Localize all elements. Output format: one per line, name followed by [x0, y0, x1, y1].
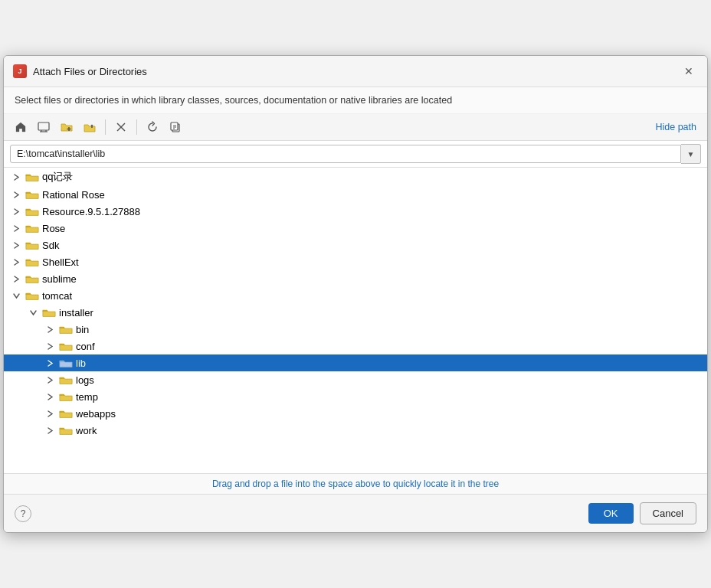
- delete-button[interactable]: [110, 117, 132, 137]
- expand-icon-qq[interactable]: [10, 171, 22, 183]
- item-label-sdk: Sdk: [42, 240, 59, 251]
- item-label-qq: qq记录: [42, 170, 73, 184]
- tree-item-rationalrose[interactable]: Rational Rose: [4, 186, 707, 203]
- separator-2: [136, 119, 137, 135]
- tree-item-rose[interactable]: Rose: [4, 220, 707, 237]
- tree-item-installer[interactable]: installer: [4, 304, 707, 321]
- item-label-tomcat: tomcat: [42, 290, 72, 302]
- hide-path-button[interactable]: Hide path: [650, 119, 701, 136]
- item-label-rose: Rose: [42, 223, 65, 234]
- path-row: ▼: [4, 141, 707, 168]
- folder-icon-sdk: [25, 240, 39, 250]
- expand-icon-rose[interactable]: [10, 222, 22, 234]
- tree-item-temp[interactable]: temp: [4, 388, 707, 405]
- expand-icon-work[interactable]: [44, 424, 56, 436]
- item-label-rationalrose: Rational Rose: [42, 189, 105, 201]
- title-bar: J Attach Files or Directories ✕: [4, 56, 707, 87]
- folder-icon-tomcat: [25, 290, 39, 301]
- expand-icon-installer[interactable]: [27, 306, 39, 318]
- expand-icon-temp[interactable]: [44, 390, 56, 403]
- desktop-button[interactable]: [33, 117, 54, 137]
- tree-item-sublime[interactable]: sublime: [4, 270, 707, 287]
- item-label-temp: temp: [76, 391, 98, 403]
- cancel-button[interactable]: Cancel: [640, 502, 696, 524]
- folder-icon-webapps: [59, 408, 73, 419]
- tree-item-lib[interactable]: lib: [4, 354, 707, 371]
- path-input[interactable]: [10, 145, 681, 163]
- toolbar: Hide path: [4, 114, 707, 141]
- expand-icon-tomcat[interactable]: [10, 289, 22, 302]
- tree-item-conf[interactable]: conf: [4, 338, 707, 354]
- folder-icon-rationalrose: [25, 189, 39, 200]
- home-button[interactable]: [10, 117, 31, 137]
- folder-icon-logs: [59, 374, 73, 385]
- ok-button[interactable]: OK: [588, 503, 634, 524]
- tree-item-qq[interactable]: qq记录: [4, 168, 707, 186]
- tree-item-bin[interactable]: bin: [4, 321, 707, 338]
- tree-item-webapps[interactable]: webapps: [4, 405, 707, 422]
- expand-icon-sdk[interactable]: [10, 239, 22, 251]
- item-label-conf: conf: [76, 341, 95, 352]
- expand-icon-bin[interactable]: [44, 323, 56, 335]
- copy-button[interactable]: [165, 117, 186, 137]
- folder-icon-temp: [59, 391, 73, 402]
- drag-hint: Drag and drop a file into the space abov…: [4, 474, 707, 495]
- folder-icon-sublime: [25, 273, 39, 284]
- expand-icon-lib[interactable]: [44, 357, 56, 369]
- app-icon: J: [13, 64, 27, 78]
- close-button[interactable]: ✕: [680, 62, 698, 80]
- tree-item-work[interactable]: work: [4, 422, 707, 439]
- expand-icon-logs[interactable]: [44, 374, 56, 386]
- folder-icon-rose: [25, 223, 39, 234]
- item-label-lib: lib: [76, 358, 86, 369]
- folder-icon-bin: [59, 324, 73, 335]
- folder-up-button[interactable]: [79, 117, 100, 137]
- tree-item-shellext[interactable]: ShellExt: [4, 253, 707, 270]
- folder-icon-installer: [42, 307, 56, 318]
- folder-icon-qq: [25, 172, 39, 182]
- tree-area[interactable]: qq记录 Rational Rose Resource.9.5.1.27888 …: [4, 168, 707, 474]
- path-dropdown-button[interactable]: ▼: [681, 144, 701, 164]
- tree-item-sdk[interactable]: Sdk: [4, 237, 707, 253]
- description: Select files or directories in which lib…: [4, 87, 707, 114]
- expand-icon-shellext[interactable]: [10, 256, 22, 268]
- dialog-title: Attach Files or Directories: [33, 66, 673, 77]
- item-label-work: work: [76, 425, 97, 436]
- dialog: J Attach Files or Directories ✕ Select f…: [3, 55, 708, 533]
- folder-icon-resource: [25, 206, 39, 217]
- folder-icon-conf: [59, 341, 73, 351]
- item-label-resource: Resource.9.5.1.27888: [42, 206, 140, 217]
- item-label-sublime: sublime: [42, 273, 77, 285]
- tree-item-logs[interactable]: logs: [4, 371, 707, 388]
- expand-icon-webapps[interactable]: [44, 407, 56, 420]
- folder-icon-lib: [59, 358, 73, 368]
- tree-item-resource[interactable]: Resource.9.5.1.27888: [4, 203, 707, 220]
- refresh-button[interactable]: [142, 117, 163, 137]
- item-label-bin: bin: [76, 324, 89, 335]
- new-folder-button[interactable]: [56, 117, 77, 137]
- item-label-installer: installer: [59, 307, 93, 318]
- expand-icon-rationalrose[interactable]: [10, 188, 22, 201]
- folder-icon-work: [59, 425, 73, 436]
- help-button[interactable]: ?: [15, 505, 31, 522]
- expand-icon-conf[interactable]: [44, 340, 56, 352]
- expand-icon-sublime[interactable]: [10, 273, 22, 285]
- folder-icon-shellext: [25, 256, 39, 267]
- item-label-webapps: webapps: [76, 408, 116, 420]
- separator-1: [105, 119, 106, 135]
- tree-item-tomcat[interactable]: tomcat: [4, 287, 707, 304]
- item-label-logs: logs: [76, 374, 94, 386]
- item-label-shellext: ShellExt: [42, 256, 79, 268]
- footer: ? OK Cancel: [4, 495, 707, 532]
- svg-rect-0: [38, 122, 49, 130]
- expand-icon-resource[interactable]: [10, 205, 22, 217]
